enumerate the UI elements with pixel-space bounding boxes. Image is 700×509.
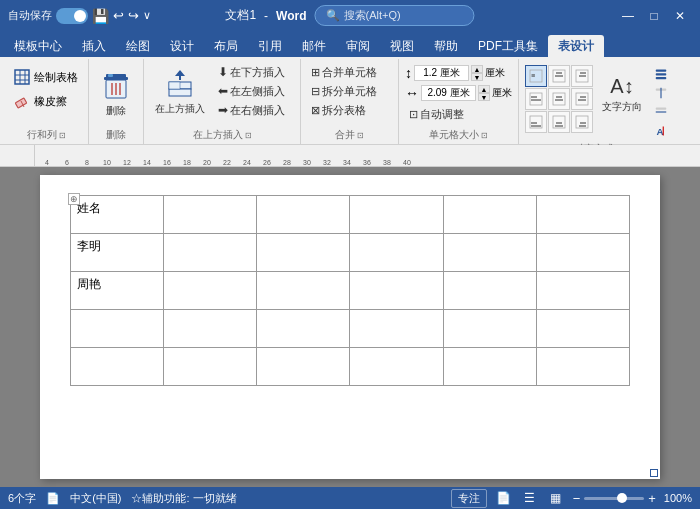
insert-left-btn[interactable]: ⬅ 在左侧插入 <box>214 82 294 100</box>
table-cell[interactable] <box>443 310 536 348</box>
table-cell[interactable] <box>443 234 536 272</box>
focus-btn[interactable]: 专注 <box>451 489 487 508</box>
table-cell[interactable] <box>257 234 350 272</box>
align-bottom-right-btn[interactable] <box>571 111 593 133</box>
insert-group-expand[interactable]: ⊡ <box>245 131 252 140</box>
split-cells-btn[interactable]: ⊟ 拆分单元格 <box>307 82 392 100</box>
table-cell[interactable] <box>164 196 257 234</box>
print-view-btn[interactable]: 📄 <box>495 489 513 507</box>
table-cell[interactable] <box>71 310 164 348</box>
table-cell[interactable]: 李明 <box>71 234 164 272</box>
tab-layout[interactable]: 布局 <box>204 35 248 57</box>
close-button[interactable]: ✕ <box>668 4 692 28</box>
align-top-center-btn[interactable] <box>548 65 570 87</box>
tab-insert[interactable]: 插入 <box>72 35 116 57</box>
draw-group-expand[interactable]: ⊡ <box>59 131 66 140</box>
draw-table-btn[interactable]: 绘制表格 <box>10 67 82 87</box>
align-extra-4[interactable]: A <box>651 122 671 140</box>
zoom-in-btn[interactable]: + <box>648 491 656 506</box>
table-cell[interactable] <box>257 196 350 234</box>
width-up-btn[interactable]: ▲ <box>478 85 490 93</box>
zoom-out-btn[interactable]: − <box>573 491 581 506</box>
tab-help[interactable]: 帮助 <box>424 35 468 57</box>
tab-table-design[interactable]: 表设计 <box>548 35 604 57</box>
tab-pdf-tools[interactable]: PDF工具集 <box>468 35 548 57</box>
table-cell[interactable] <box>257 348 350 386</box>
zoom-slider[interactable]: − + <box>573 491 656 506</box>
table-cell[interactable] <box>164 234 257 272</box>
align-extra-2[interactable] <box>651 84 671 102</box>
maximize-button[interactable]: □ <box>642 4 666 28</box>
table-cell[interactable] <box>350 272 443 310</box>
autofit-btn[interactable]: ⊡ 自动调整 <box>405 105 485 123</box>
table-cell[interactable] <box>536 234 629 272</box>
zoom-thumb[interactable] <box>617 493 627 503</box>
merge-group-expand[interactable]: ⊡ <box>357 131 364 140</box>
table-cell[interactable] <box>350 196 443 234</box>
table-move-handle[interactable]: ⊕ <box>68 193 80 205</box>
align-extra-1[interactable] <box>651 65 671 83</box>
table-cell[interactable] <box>257 310 350 348</box>
table-cell[interactable] <box>164 272 257 310</box>
ruler-area: 4 6 8 10 12 14 16 18 20 22 24 26 28 <box>0 145 700 167</box>
height-down-btn[interactable]: ▼ <box>471 73 483 81</box>
table-cell[interactable] <box>536 310 629 348</box>
cell-width-input[interactable] <box>421 85 476 101</box>
table-cell[interactable]: 周艳 <box>71 272 164 310</box>
redo-icon[interactable]: ↪ <box>128 8 139 23</box>
table-cell[interactable] <box>443 348 536 386</box>
search-box[interactable]: 🔍 搜索(Alt+Q) <box>315 5 475 26</box>
insert-right-btn[interactable]: ➡ 在右侧插入 <box>214 101 294 119</box>
table-cell[interactable] <box>350 234 443 272</box>
undo-icon[interactable]: ↩ <box>113 8 124 23</box>
table-cell[interactable] <box>536 272 629 310</box>
insert-above-btn[interactable]: 在上方插入 <box>150 63 210 121</box>
align-top-right-btn[interactable] <box>571 65 593 87</box>
delete-btn[interactable]: 删除 <box>98 66 134 124</box>
web-view-btn[interactable]: ☰ <box>521 489 539 507</box>
align-extra-3[interactable] <box>651 103 671 121</box>
read-view-btn[interactable]: ▦ <box>547 489 565 507</box>
table-cell[interactable] <box>257 272 350 310</box>
customize-icon[interactable]: ∨ <box>143 9 151 22</box>
table-cell[interactable] <box>443 272 536 310</box>
table-cell[interactable] <box>71 348 164 386</box>
zoom-track[interactable] <box>584 497 644 500</box>
table-cell[interactable]: 姓名 <box>71 196 164 234</box>
insert-below-btn[interactable]: ⬇ 在下方插入 <box>214 63 294 81</box>
eraser-btn[interactable]: 橡皮擦 <box>10 91 71 111</box>
table-cell[interactable] <box>350 348 443 386</box>
align-middle-center-btn[interactable] <box>548 88 570 110</box>
tab-review[interactable]: 审阅 <box>336 35 380 57</box>
cell-size-expand[interactable]: ⊡ <box>481 131 488 140</box>
table-resize-handle[interactable] <box>650 469 658 477</box>
align-top-left-btn[interactable]: ≡ <box>525 65 547 87</box>
title-center: 文档1 - Word 🔍 搜索(Alt+Q) <box>225 5 474 26</box>
align-bottom-center-btn[interactable] <box>548 111 570 133</box>
save-icon[interactable]: 💾 <box>92 8 109 24</box>
align-middle-left-btn[interactable] <box>525 88 547 110</box>
autosave-toggle[interactable] <box>56 8 88 24</box>
tab-mail[interactable]: 邮件 <box>292 35 336 57</box>
table-cell[interactable] <box>164 348 257 386</box>
tab-design[interactable]: 设计 <box>160 35 204 57</box>
delete-icon <box>103 72 129 102</box>
text-direction-btn[interactable]: A↕ 文字方向 <box>597 65 647 123</box>
align-middle-right-btn[interactable] <box>571 88 593 110</box>
table-cell[interactable] <box>164 310 257 348</box>
table-cell[interactable] <box>443 196 536 234</box>
tab-references[interactable]: 引用 <box>248 35 292 57</box>
table-cell[interactable] <box>350 310 443 348</box>
merge-cells-btn[interactable]: ⊞ 合并单元格 <box>307 63 392 81</box>
tab-template-center[interactable]: 模板中心 <box>4 35 72 57</box>
tab-view[interactable]: 视图 <box>380 35 424 57</box>
tab-draw[interactable]: 绘图 <box>116 35 160 57</box>
minimize-button[interactable]: — <box>616 4 640 28</box>
cell-height-input[interactable] <box>414 65 469 81</box>
height-up-btn[interactable]: ▲ <box>471 65 483 73</box>
width-down-btn[interactable]: ▼ <box>478 93 490 101</box>
table-cell[interactable] <box>536 196 629 234</box>
split-table-btn[interactable]: ⊠ 拆分表格 <box>307 101 392 119</box>
align-bottom-left-btn[interactable] <box>525 111 547 133</box>
table-cell[interactable] <box>536 348 629 386</box>
